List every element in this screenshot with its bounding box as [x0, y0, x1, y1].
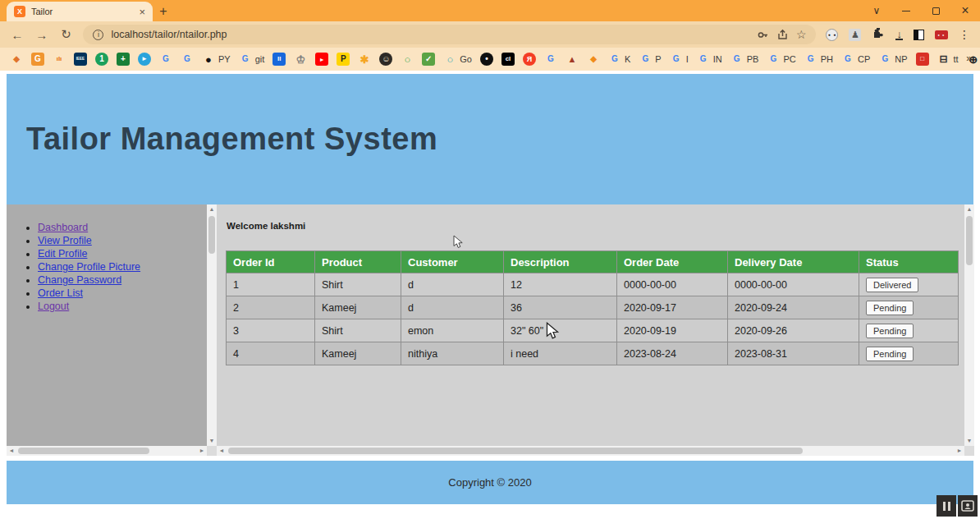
bookmark-item[interactable]: ▲ — [566, 53, 579, 66]
password-key-icon[interactable] — [757, 29, 769, 41]
sidebar-link-change-password[interactable]: Change Password — [38, 274, 121, 286]
bookmark-item[interactable]: G — [159, 53, 172, 66]
bookmark-item[interactable]: GIN — [697, 53, 722, 66]
bookmark-item[interactable]: GPH — [804, 53, 833, 66]
bookmark-item[interactable]: ○ — [401, 53, 414, 66]
bookmark-item[interactable]: 1 — [95, 53, 108, 66]
bookmark-item[interactable]: Я — [523, 53, 536, 66]
bookmark-item[interactable]: G — [181, 53, 194, 66]
sidebar-link-dashboard[interactable]: Dashboard — [38, 222, 88, 233]
site-info-icon[interactable]: i — [93, 30, 103, 40]
bookmark-item[interactable]: GCP — [841, 53, 870, 66]
bookmark-item[interactable]: GI — [670, 53, 689, 66]
restore-button[interactable] — [921, 0, 950, 21]
column-header: Delivery Date — [728, 251, 859, 273]
bookmark-item[interactable]: Ggit — [239, 53, 265, 66]
bookmark-item[interactable]: GPC — [767, 53, 795, 66]
bookmark-item[interactable]: GK — [608, 53, 630, 66]
sidebar-link-edit-profile[interactable]: Edit Profile — [38, 248, 87, 260]
close-button[interactable]: × — [950, 0, 980, 21]
bookmark-label: IN — [713, 54, 722, 64]
bookmark-item[interactable]: ✱ — [358, 53, 371, 66]
bookmark-item[interactable]: ► — [315, 53, 328, 66]
table-row: 3Shirtemon32" 60"2020-09-192020-09-26Pen… — [227, 319, 959, 342]
sidebar-menu: DashboardView ProfileEdit ProfileChange … — [38, 222, 207, 312]
status-button[interactable]: Pending — [866, 347, 914, 361]
bookmark-item[interactable]: GNP — [878, 53, 907, 66]
cell-product: Shirt — [315, 319, 401, 342]
recorder-overlay — [936, 495, 978, 517]
google-g-icon: G — [159, 53, 172, 66]
main-vscrollbar[interactable]: ▲ ▼ — [964, 204, 974, 446]
telegram-icon: ► — [138, 53, 151, 66]
sidebar-vscrollbar[interactable]: ▲ ▼ — [207, 204, 217, 446]
bookmark-item[interactable]: GPB — [730, 53, 759, 66]
forward-icon[interactable]: → — [34, 28, 49, 42]
profile-extension-icon[interactable]: ♟ — [849, 29, 861, 41]
chrome-menu-icon[interactable]: ⋮ — [959, 28, 970, 41]
minimize-button[interactable] — [891, 0, 921, 21]
bookmark-item[interactable]: cl — [501, 53, 515, 66]
contrast-extension-icon[interactable] — [914, 30, 924, 40]
sidebar-hscrollbar[interactable]: ◄ ► — [7, 446, 207, 456]
bookmark-item[interactable]: ✓ — [422, 53, 435, 66]
bookmark-item[interactable]: ☺ — [379, 53, 392, 66]
pause-button[interactable] — [936, 495, 956, 517]
bookmark-item[interactable]: GP — [639, 53, 661, 66]
cell-status: Pending — [859, 342, 959, 365]
bookmark-item[interactable]: G — [31, 53, 44, 66]
google-g-icon: G — [239, 53, 252, 66]
reload-icon[interactable]: ↻ — [59, 27, 74, 42]
idm-extension-icon[interactable]: ● ● — [935, 30, 948, 39]
google-g-icon: G — [804, 53, 817, 66]
tab-search-icon[interactable]: ∨ — [862, 0, 891, 21]
google-g-icon: G — [841, 53, 854, 66]
share-icon[interactable] — [776, 29, 789, 41]
bookmark-item[interactable]: □ — [916, 53, 929, 66]
status-button[interactable]: Delivered — [866, 278, 918, 292]
bookmark-item[interactable]: + — [117, 53, 130, 66]
bookmark-item[interactable]: ılı — [53, 53, 66, 66]
new-tab-button[interactable]: + — [153, 2, 174, 21]
bookmark-item[interactable]: ○Go — [443, 53, 472, 66]
bookmark-item[interactable]: IEEE — [74, 53, 87, 66]
table-row: 1Shirtd120000-00-000000-00-00Delivered — [227, 273, 959, 296]
extensions-puzzle-icon[interactable] — [872, 26, 885, 43]
bookmark-item[interactable]: ⊟tt — [937, 53, 959, 66]
bookmark-item[interactable]: P — [337, 53, 350, 66]
bookmark-item[interactable]: ► — [138, 53, 151, 66]
status-button[interactable]: Pending — [866, 324, 914, 338]
back-icon[interactable]: ← — [10, 28, 25, 42]
sidebar-link-change-profile-picture[interactable]: Change Profile Picture — [38, 261, 140, 273]
bookmark-item[interactable]: ◆ — [587, 53, 600, 66]
tab-close-icon[interactable]: × — [139, 6, 145, 18]
url-text[interactable]: localhost/tailor/ntailor.php — [111, 29, 749, 40]
column-header: Status — [859, 251, 959, 273]
bookmark-item[interactable]: ♔ — [294, 53, 307, 66]
webcam-toggle-button[interactable] — [958, 495, 978, 517]
orders-table: Order IdProductCustomerDescriptionOrder … — [226, 250, 959, 365]
page-title: Tailor Management System — [26, 122, 437, 157]
browser-toolbar: ← → ↻ i localhost/tailor/ntailor.php ☆ ●… — [0, 21, 980, 48]
download-icon[interactable]: ↓ — [895, 30, 903, 40]
bookmark-item[interactable]: ◆ — [10, 53, 23, 66]
bookmark-item[interactable]: • — [480, 53, 493, 66]
main-hscrollbar[interactable]: ◄ ► — [217, 446, 964, 456]
google-g-icon: G — [639, 53, 652, 66]
panda-extension-icon[interactable]: ● ● — [826, 29, 838, 41]
column-header: Description — [504, 251, 617, 273]
sidebar-link-view-profile[interactable]: View Profile — [38, 235, 92, 246]
bookmark-star-icon[interactable]: ☆ — [796, 28, 807, 41]
sidebar-link-logout[interactable]: Logout — [38, 301, 69, 312]
sidebar-link-order-list[interactable]: Order List — [38, 287, 83, 299]
bookmark-item[interactable]: ●PY — [202, 53, 231, 66]
status-button[interactable]: Pending — [866, 301, 914, 315]
green-one-icon: 1 — [95, 53, 108, 66]
bookmark-item[interactable]: ll — [272, 53, 286, 66]
address-bar[interactable]: i localhost/tailor/ntailor.php ☆ — [83, 25, 816, 44]
bookmarks-overflow-icon[interactable]: » — [966, 53, 972, 64]
sidebar-item: Dashboard — [38, 222, 207, 233]
bookmark-item[interactable]: G — [544, 53, 557, 66]
browser-tab[interactable]: X Tailor × — [7, 2, 153, 21]
extensions-row: ● ● ♟ ↓ ● ● ⋮ — [826, 26, 970, 43]
